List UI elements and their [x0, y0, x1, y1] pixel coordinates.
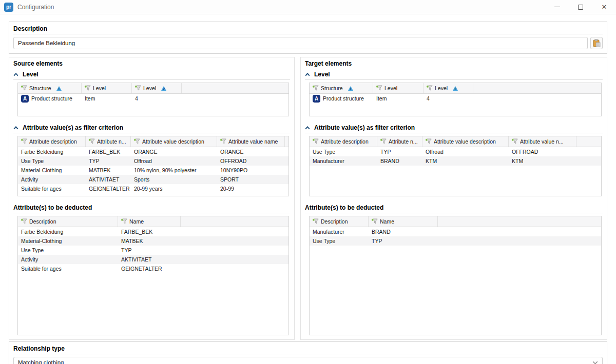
table-row[interactable]: Suitable for agesGEIGNETALTER20-99 years…	[18, 184, 288, 193]
table-cell: ORANGE	[131, 147, 217, 156]
section-filter-criterion: Attribute value(s) as filter criterion A…	[305, 124, 603, 196]
table-row[interactable]: Use TypeTYPOffroadOFFROAD	[310, 147, 601, 156]
table-row[interactable]: Material-ClothingMATBEK10% nylon, 90% po…	[18, 166, 288, 175]
table-header-row: Structure1LevelLevel2	[310, 83, 601, 94]
column-header-attribute-value-n[interactable]: Attribute value n...	[509, 136, 576, 147]
section-deducted: Attribute(s) to be deducted DescriptionN…	[13, 204, 290, 335]
table-row[interactable]: Use TypeTYP	[310, 236, 601, 246]
sort-ascending-triangle-icon: 1	[56, 86, 62, 91]
table-cell: BRAND	[369, 227, 438, 236]
table-cell: Manufacturer	[310, 227, 369, 236]
section-header-level[interactable]: Level	[13, 70, 290, 79]
table-row[interactable]: AProduct structureItem4	[18, 94, 288, 103]
table-row[interactable]: Use TypeTYPOffroadOFFROAD	[18, 156, 288, 166]
table-cell: AProduct structure	[18, 94, 82, 103]
table-row[interactable]: ActivityAKTIVITAETSportsSPORT	[18, 175, 288, 184]
table-cell: 10NY90PO	[217, 166, 285, 175]
table-cell: ORANGE	[217, 147, 285, 156]
source-elements-title: Source elements	[13, 60, 290, 67]
section-label: Attribute value(s) as filter criterion	[23, 124, 123, 131]
table-cell: 4	[424, 94, 473, 103]
table-cell: TYP	[369, 236, 438, 246]
column-header-empty	[576, 136, 601, 147]
section-header-filter-criterion[interactable]: Attribute value(s) as filter criterion	[305, 124, 603, 133]
column-header-attribute-value-description[interactable]: Attribute value description	[422, 136, 509, 147]
column-header-level[interactable]: Level	[373, 83, 424, 93]
table-cell: Use Type	[310, 147, 377, 156]
column-header-empty	[285, 136, 289, 147]
table-cell-empty	[473, 94, 601, 103]
chevron-up-icon	[13, 73, 18, 76]
section-label: Level	[23, 71, 38, 78]
pr-logo-icon: pr	[4, 3, 13, 12]
sort-ascending-triangle-icon: 2	[161, 86, 166, 91]
section-header-level[interactable]: Level	[305, 70, 603, 79]
table-row[interactable]: AProduct structureItem4	[310, 94, 601, 103]
column-header-level[interactable]: Level	[82, 83, 132, 93]
table-cell: Activity	[18, 175, 86, 184]
chevron-up-icon	[305, 126, 310, 130]
divider	[13, 133, 290, 133]
chevron-down-icon	[592, 361, 598, 364]
relationship-type-label: Relationship type	[13, 345, 603, 354]
table-header-row: DescriptionName	[18, 216, 288, 227]
maximize-button[interactable]	[569, 0, 592, 14]
column-header-structure[interactable]: Structure1	[310, 83, 373, 93]
table-cell-empty	[285, 147, 289, 156]
table-row[interactable]: Farbe BekleidungFARBE_BEKORANGEORANGE	[18, 147, 288, 156]
column-header-attribute-description[interactable]: Attribute description	[310, 136, 377, 147]
table-cell: 4	[132, 94, 182, 103]
divider	[305, 79, 603, 80]
chevron-up-icon	[305, 73, 310, 76]
column-header-level[interactable]: Level2	[424, 83, 473, 93]
source-elements-panel: Source elements Level Structure1LevelLev…	[9, 57, 295, 340]
section-header-filter-criterion[interactable]: Attribute value(s) as filter criterion	[13, 124, 290, 133]
table-cell: OFFROAD	[509, 147, 576, 156]
table-row[interactable]: Suitable for agesGEIGNETALTER	[18, 264, 288, 273]
table-cell: Material-Clothing	[18, 166, 86, 175]
divider	[13, 354, 603, 354]
minimize-button[interactable]	[545, 0, 569, 14]
column-header-description[interactable]: Description	[310, 216, 369, 227]
column-header-attribute-n[interactable]: Attribute n...	[377, 136, 422, 147]
table-cell-empty	[181, 227, 288, 236]
column-header-attribute-value-description[interactable]: Attribute value description	[131, 136, 217, 147]
table-row[interactable]: ActivityAKTIVITAET	[18, 255, 288, 264]
level-table: Structure1LevelLevel2AProduct structureI…	[309, 83, 602, 116]
table-row[interactable]: ManufacturerBRANDKTMKTM	[310, 156, 601, 166]
table-row[interactable]: Use TypeTYP	[18, 246, 288, 255]
paste-button[interactable]	[590, 37, 603, 49]
column-header-name[interactable]: Name	[118, 216, 181, 227]
close-button[interactable]: ✕	[592, 0, 616, 14]
deducted-title: Attribute(s) to be deducted	[13, 204, 290, 213]
column-header-description[interactable]: Description	[18, 216, 118, 227]
chevron-up-icon	[13, 126, 18, 130]
column-header-level[interactable]: Level2	[132, 83, 182, 93]
table-cell: FARBE_BEK	[118, 227, 181, 236]
table-cell-empty	[285, 156, 289, 166]
column-header-name[interactable]: Name	[369, 216, 438, 227]
description-input[interactable]	[13, 37, 588, 49]
table-cell: TYP	[377, 147, 422, 156]
filter-icon	[425, 138, 432, 145]
table-header-row: DescriptionName	[310, 216, 601, 227]
relationship-type-select[interactable]: Matching clothing	[13, 357, 603, 364]
table-cell-empty	[181, 246, 288, 255]
table-row[interactable]: Farbe BekleidungFARBE_BEK	[18, 227, 288, 236]
section-level: Level Structure1LevelLevel2AProduct stru…	[305, 70, 603, 116]
relationship-type-value: Matching clothing	[18, 359, 64, 364]
column-header-attribute-n[interactable]: Attribute n...	[86, 136, 131, 147]
column-header-attribute-description[interactable]: Attribute description	[18, 136, 86, 147]
filter-criterion-table: Attribute descriptionAttribute n...Attri…	[309, 136, 602, 196]
table-row[interactable]: ManufacturerBRAND	[310, 227, 601, 236]
level-table: Structure1LevelLevel2AProduct structureI…	[17, 83, 289, 116]
table-cell: SPORT	[217, 175, 285, 184]
table-cell: Suitable for ages	[18, 184, 86, 193]
table-row[interactable]: Material-ClothingMATBEK	[18, 236, 288, 246]
column-header-structure[interactable]: Structure1	[18, 83, 82, 93]
column-header-attribute-value-name[interactable]: Attribute value name	[217, 136, 285, 147]
divider	[13, 34, 603, 34]
target-elements-panel: Target elements Level Structure1LevelLev…	[300, 57, 607, 340]
table-cell: Offroad	[131, 156, 217, 166]
window-title: Configuration	[17, 4, 54, 11]
